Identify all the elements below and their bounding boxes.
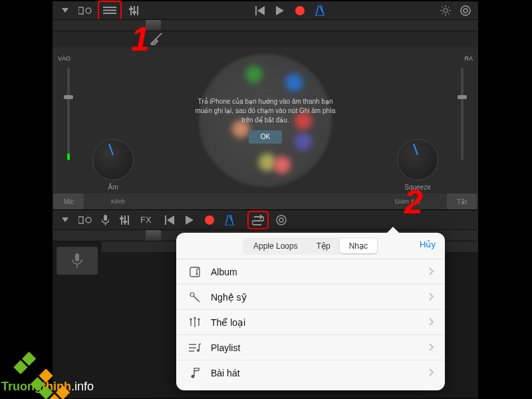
- record-icon-2[interactable]: [202, 213, 217, 227]
- svg-rect-41: [75, 253, 79, 261]
- row-label: Playlist: [211, 342, 240, 353]
- gear-icon-2[interactable]: [274, 213, 289, 227]
- record-icon[interactable]: [293, 3, 307, 18]
- dropdown-icon[interactable]: [58, 3, 72, 18]
- svg-rect-6: [134, 6, 135, 15]
- tip-box: Trỏ iPhone của bạn hướng vào âm thanh bạ…: [192, 97, 338, 144]
- chevron-right-icon: [429, 368, 434, 378]
- svg-rect-4: [103, 13, 116, 14]
- row-genre[interactable]: Thể loại: [176, 310, 445, 335]
- dropdown-icon-2[interactable]: [58, 213, 72, 227]
- popup-header: Apple Loops Tệp Nhạc Hủy: [176, 233, 445, 259]
- svg-rect-33: [128, 215, 129, 225]
- row-song[interactable]: Bài hát: [176, 360, 445, 386]
- svg-rect-3: [103, 10, 116, 11]
- svg-rect-0: [78, 7, 83, 14]
- row-label: Bài hát: [211, 368, 240, 378]
- view-toggle-icon-2[interactable]: [78, 213, 92, 227]
- row-label: Album: [211, 267, 237, 277]
- svg-point-51: [198, 318, 200, 320]
- play-icon[interactable]: [273, 3, 287, 18]
- svg-point-11: [295, 6, 305, 15]
- input-slider[interactable]: [67, 67, 70, 160]
- metronome-icon-2[interactable]: [222, 213, 237, 227]
- playlist-icon: [187, 343, 203, 352]
- svg-line-19: [448, 13, 450, 14]
- input-label: VÀO: [58, 55, 70, 62]
- svg-rect-28: [78, 217, 83, 223]
- monitor-off-button[interactable]: Tắt: [447, 194, 477, 209]
- svg-point-39: [277, 215, 286, 225]
- row-artist[interactable]: Nghệ sỹ: [176, 285, 445, 310]
- svg-rect-32: [124, 215, 126, 225]
- svg-line-21: [448, 7, 450, 8]
- svg-line-45: [194, 296, 200, 302]
- mic-button[interactable]: Mic: [54, 194, 84, 209]
- metronome-icon[interactable]: [313, 3, 327, 18]
- squeeze-knob[interactable]: [397, 139, 438, 180]
- svg-rect-5: [130, 6, 132, 15]
- monitor-label: Giám Sát: [394, 198, 420, 205]
- svg-rect-34: [120, 217, 124, 219]
- svg-point-37: [205, 215, 214, 225]
- sliders-icon-2[interactable]: [118, 213, 132, 227]
- wm-text-3: .info: [71, 380, 94, 393]
- tab-file[interactable]: Tệp: [307, 239, 340, 253]
- am-panel: VÀO RA Âm Squeeze Trỏ iPhone của bạn hướ…: [53, 47, 478, 194]
- loop-browser-icon[interactable]: [251, 213, 265, 227]
- cancel-button[interactable]: Hủy: [420, 239, 436, 249]
- svg-rect-10: [255, 6, 257, 15]
- timeline-ruler[interactable]: [53, 19, 478, 31]
- svg-point-29: [86, 217, 91, 223]
- brightness-icon[interactable]: [438, 3, 453, 18]
- svg-rect-31: [121, 215, 122, 225]
- highlight-box-2: [247, 211, 269, 229]
- tone-knob-label: Âm: [92, 184, 134, 191]
- squeeze-knob-label: Squeeze: [397, 184, 438, 191]
- skip-back-icon-2[interactable]: [162, 213, 177, 227]
- artist-icon: [187, 292, 203, 303]
- highlight-box-1: [98, 1, 122, 21]
- channel-label: Kênh: [111, 198, 125, 205]
- svg-point-50: [194, 317, 196, 319]
- row-album[interactable]: Album: [176, 259, 445, 285]
- view-toggle-icon[interactable]: [78, 3, 92, 18]
- sliders-icon[interactable]: [127, 3, 142, 18]
- chevron-right-icon: [429, 317, 434, 328]
- status-strip: Mic Kênh Giám Sát Tắt: [53, 194, 478, 209]
- chevron-right-icon: [429, 292, 434, 303]
- play-icon-2[interactable]: [182, 213, 197, 227]
- music-category-list: Album Nghệ sỹ Thể loại: [176, 259, 445, 386]
- svg-point-13: [444, 9, 448, 13]
- watermark: Truongthinh.info: [1, 348, 94, 394]
- tab-apple-loops[interactable]: Apple Loops: [244, 239, 307, 253]
- svg-rect-30: [104, 215, 107, 221]
- tip-text: Trỏ iPhone của bạn hướng vào âm thanh bạ…: [192, 97, 338, 125]
- track-header[interactable]: [57, 247, 98, 275]
- fx-label[interactable]: FX: [140, 215, 152, 225]
- output-label: RA: [464, 55, 473, 62]
- loop-browser-popup: Apple Loops Tệp Nhạc Hủy Album Nghệ sỹ: [176, 233, 445, 390]
- source-tabs: Apple Loops Tệp Nhạc: [243, 237, 378, 255]
- track-toolbar: FX: [53, 209, 478, 229]
- chevron-right-icon: [429, 342, 434, 353]
- mic-icon[interactable]: [98, 213, 112, 227]
- chevron-right-icon: [429, 267, 434, 277]
- tab-music[interactable]: Nhạc: [340, 239, 377, 253]
- tone-knob[interactable]: [92, 139, 134, 180]
- row-playlist[interactable]: Playlist: [176, 335, 445, 360]
- top-toolbar: [53, 1, 478, 19]
- ok-button[interactable]: OK: [249, 130, 282, 144]
- svg-point-1: [86, 8, 91, 13]
- svg-rect-7: [137, 6, 138, 15]
- song-icon: [187, 368, 203, 378]
- svg-point-22: [461, 6, 470, 15]
- svg-point-49: [190, 318, 192, 320]
- skip-back-icon[interactable]: [253, 3, 267, 18]
- output-slider[interactable]: [461, 67, 464, 160]
- list-view-icon[interactable]: [102, 3, 117, 18]
- instrument-bar: [53, 31, 478, 47]
- svg-point-40: [279, 218, 283, 222]
- svg-rect-9: [132, 11, 136, 13]
- gear-icon[interactable]: [458, 3, 473, 18]
